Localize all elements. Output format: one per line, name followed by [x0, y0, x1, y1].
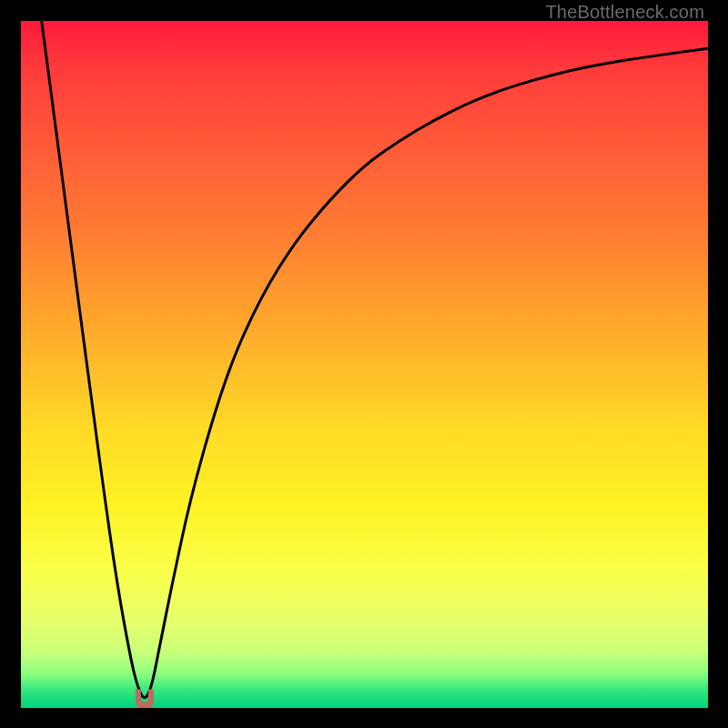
bottleneck-curve [42, 21, 708, 698]
plot-area [21, 21, 708, 708]
curve-layer [21, 21, 708, 708]
attribution-text: TheBottleneck.com [545, 2, 704, 23]
